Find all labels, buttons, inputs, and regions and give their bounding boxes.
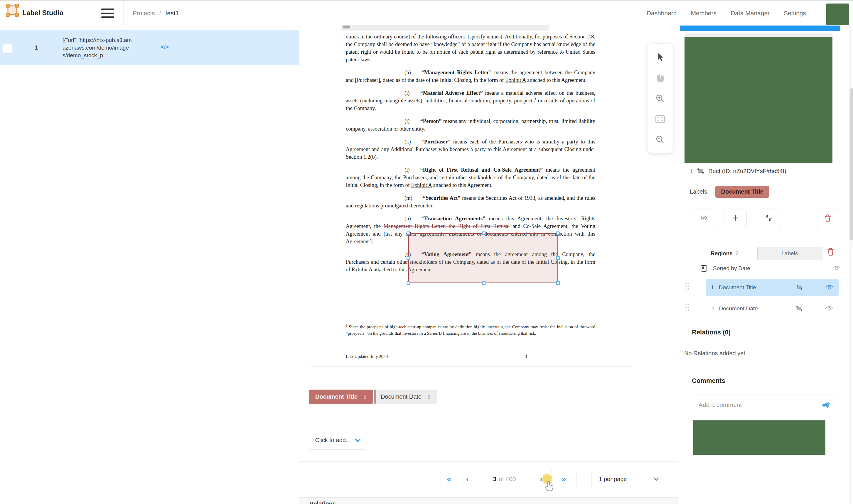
fit-screen-tool-button[interactable]: [654, 113, 666, 125]
region-item-label: Document Title: [719, 284, 756, 291]
scrolled-content-sliver: [341, 25, 549, 31]
image-thumbnail[interactable]: [685, 37, 833, 163]
drag-handle[interactable]: [686, 283, 690, 292]
resize-handle-ne[interactable]: [556, 232, 560, 235]
breadcrumb-projects[interactable]: Projects: [133, 10, 155, 17]
label-button-document-date[interactable]: Document Date 6: [374, 390, 437, 404]
drag-handle[interactable]: [686, 304, 690, 313]
menu-hamburger-icon[interactable]: [101, 7, 115, 19]
resize-handle-nw[interactable]: [407, 232, 410, 235]
region-list-item[interactable]: 2 Document Date: [706, 300, 839, 317]
document-paragraph: duties in the ordinary course] of the fo…: [346, 33, 595, 64]
footer-page-number: 3: [525, 354, 527, 359]
selected-region-header: 1 Rect (ID: nZu2DVlYsF#he54t): [690, 166, 842, 176]
document-paragraph: (m)“Securities Act” means the Securities…: [346, 194, 595, 210]
current-page: 3: [493, 475, 496, 483]
region-labels-row: Labels: Document Title: [690, 186, 769, 198]
add-region-button[interactable]: [724, 209, 747, 227]
comment-box: [692, 395, 838, 415]
image-preview-box: [693, 420, 825, 455]
click-to-add-dropdown[interactable]: Click to add...: [309, 431, 367, 450]
pagination: « ‹ 3 of 400 › »: [441, 469, 576, 489]
thumbnail-strip: [686, 33, 833, 37]
zoom-out-tool-button[interactable]: [654, 134, 666, 145]
nav-dashboard[interactable]: Dashboard: [647, 10, 677, 17]
tool-palette: [647, 43, 673, 154]
rect-region-icon: [796, 285, 803, 290]
first-page-button[interactable]: «: [441, 469, 457, 489]
label-text: Document Date: [381, 393, 422, 400]
document-paragraph: (l)“Right of First Refusal and Co-Sale A…: [346, 166, 595, 189]
page-indicator: 3 of 400: [478, 469, 531, 489]
region-visibility-eye-icon[interactable]: [825, 284, 834, 291]
chevron-down-icon: [654, 477, 659, 481]
last-page-button[interactable]: »: [552, 469, 576, 489]
resize-handle-n[interactable]: [482, 232, 485, 235]
select-tool-button[interactable]: [654, 51, 666, 63]
sort-label[interactable]: Sorted by Date: [713, 265, 750, 272]
resize-handle-e[interactable]: [556, 256, 560, 260]
total-pages: of 400: [499, 475, 516, 483]
send-comment-button[interactable]: [821, 401, 831, 409]
tab-regions[interactable]: Regions 2: [692, 247, 758, 260]
resize-handle-w[interactable]: [407, 256, 410, 260]
app-title: Label Studio: [22, 1, 64, 25]
breadcrumb-separator: /: [159, 10, 161, 17]
annotation-region-rect[interactable]: [408, 233, 558, 283]
hand-cursor-icon: [544, 480, 554, 492]
nav-members[interactable]: Members: [691, 10, 717, 17]
nav-data-manager[interactable]: Data Manager: [731, 10, 770, 17]
task-row[interactable]: 1 [{"url":"https://htx-pub.s3.amazonaws.…: [0, 30, 299, 65]
document-footer: Last Updated July 2020 3: [346, 354, 595, 359]
document-footnote: 1 Since the prospects of high-tech start…: [346, 324, 595, 337]
region-visibility-eye-icon[interactable]: [825, 305, 834, 312]
relations-title: Relations (0): [692, 328, 731, 336]
code-icon[interactable]: </>: [161, 44, 168, 51]
progress-bar: [680, 25, 840, 31]
region-list-item-selected[interactable]: 1 Document Title: [706, 279, 839, 296]
relation-link-button[interactable]: [692, 209, 715, 227]
page-size-dropdown[interactable]: 1 per page: [591, 469, 666, 489]
region-item-index: 1: [711, 284, 714, 291]
fit-screen-icon: [655, 115, 665, 123]
toggle-all-visibility-eye-icon[interactable]: [832, 265, 841, 272]
previous-page-button[interactable]: ‹: [457, 469, 478, 489]
label-button-document-title[interactable]: Document Title 5: [309, 390, 373, 404]
regions-labels-tabs: Regions 2 Labels: [692, 247, 822, 260]
pan-tool-button[interactable]: [654, 72, 666, 84]
delete-region-button[interactable]: [816, 209, 839, 227]
task-checkbox[interactable]: [3, 44, 12, 54]
clipped-bottom-bar: Relations: [299, 498, 678, 504]
hand-icon: [655, 73, 665, 83]
collapse-region-button[interactable]: [757, 209, 780, 227]
zoom-out-icon: [655, 135, 665, 144]
scrollbar-thumb[interactable]: [850, 88, 853, 240]
breadcrumb: Projects / test1: [133, 1, 179, 25]
resize-handle-s[interactable]: [482, 281, 485, 285]
delete-all-regions-button[interactable]: [827, 247, 835, 257]
user-avatar[interactable]: [826, 3, 849, 25]
divider: [299, 462, 678, 462]
plus-icon: [732, 214, 739, 221]
zoom-in-tool-button[interactable]: [654, 93, 666, 105]
clipped-section-title: Relations: [309, 501, 336, 504]
trash-icon: [827, 247, 835, 256]
nav-settings[interactable]: Settings: [784, 10, 806, 17]
comment-input[interactable]: [698, 401, 821, 408]
resize-handle-sw[interactable]: [407, 281, 410, 285]
sort-order-icon[interactable]: [700, 265, 708, 272]
rect-region-icon: [697, 168, 704, 174]
collapse-arrows-icon: [765, 214, 772, 222]
label-studio-app: Label Studio Projects / test1 Dashboard …: [0, 0, 853, 504]
click-to-add-label: Click to add...: [315, 437, 351, 444]
sliver-mark: [343, 25, 350, 29]
region-label-badge[interactable]: Document Title: [715, 186, 769, 198]
tab-regions-count: 2: [735, 250, 739, 257]
label-studio-logo-icon: [6, 4, 19, 17]
footer-last-updated: Last Updated July 2020: [346, 354, 388, 359]
resize-handle-se[interactable]: [556, 281, 560, 285]
breadcrumb-current-project: test1: [165, 10, 179, 17]
tab-labels[interactable]: Labels: [757, 247, 822, 260]
page-size-value: 1 per page: [599, 476, 627, 483]
region-id-label: Rect (ID: nZu2DVlYsF#he54t): [708, 168, 786, 175]
